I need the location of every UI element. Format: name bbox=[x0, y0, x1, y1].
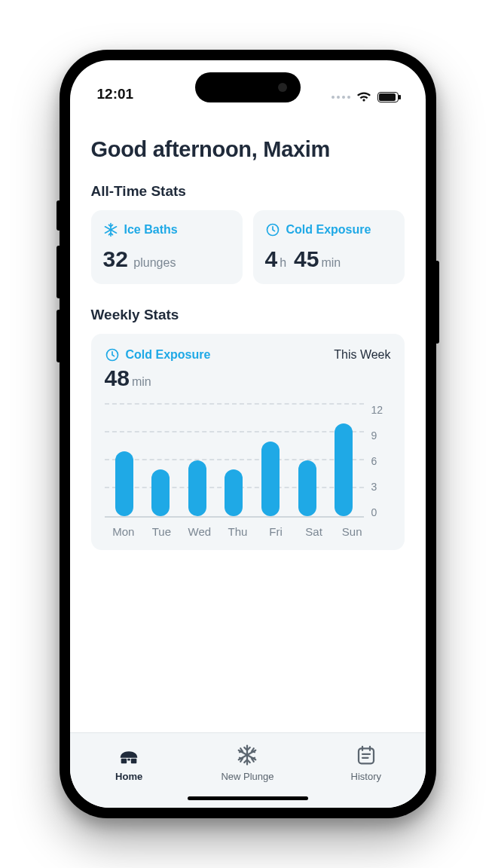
weekly-section-title: Weekly Stats bbox=[91, 307, 405, 323]
phone-frame: 12:01 Good afternoon, Maxim All-Time Sta… bbox=[60, 50, 436, 818]
clock-icon bbox=[105, 347, 120, 362]
status-time: 12:01 bbox=[97, 86, 134, 102]
exposure-hours: 4 bbox=[265, 248, 278, 270]
volume-down-button bbox=[57, 310, 61, 362]
volume-up-button bbox=[57, 246, 61, 298]
x-tick: Mon bbox=[108, 525, 139, 538]
exposure-mins-unit: min bbox=[321, 256, 341, 269]
x-tick: Sat bbox=[299, 525, 329, 538]
weekly-value: 48 bbox=[105, 367, 130, 390]
y-tick: 3 bbox=[371, 481, 391, 492]
chart-bar bbox=[151, 469, 170, 516]
chart-x-axis: MonTueWedThuFriSatSun bbox=[105, 525, 391, 538]
svg-rect-6 bbox=[131, 759, 137, 764]
cellular-icon bbox=[332, 96, 350, 99]
main-content: Good afternoon, Maxim All-Time Stats Ice… bbox=[70, 107, 426, 732]
weekly-card-label: Cold Exposure bbox=[126, 348, 211, 362]
ice-baths-label: Ice Baths bbox=[124, 223, 178, 237]
x-tick: Thu bbox=[222, 525, 252, 538]
svg-rect-7 bbox=[127, 759, 130, 761]
greeting-title: Good afternoon, Maxim bbox=[91, 137, 405, 162]
weekly-unit: min bbox=[132, 375, 151, 388]
x-tick: Fri bbox=[261, 525, 291, 538]
alltime-cards: Ice Baths 32 plunges Cold Exposure 4h bbox=[91, 210, 405, 284]
tab-home-label: Home bbox=[115, 771, 142, 782]
chart-bar bbox=[188, 460, 206, 516]
dynamic-island bbox=[195, 72, 301, 102]
tab-new-plunge[interactable]: New Plunge bbox=[202, 744, 292, 782]
status-indicators bbox=[332, 92, 399, 102]
power-button bbox=[435, 261, 439, 344]
screen: 12:01 Good afternoon, Maxim All-Time Sta… bbox=[70, 60, 426, 808]
chart-plot-area bbox=[105, 405, 364, 518]
tab-history[interactable]: History bbox=[321, 744, 411, 782]
cold-exposure-card[interactable]: Cold Exposure 4h 45min bbox=[253, 210, 405, 284]
home-icon bbox=[118, 744, 140, 766]
y-tick: 6 bbox=[371, 456, 391, 466]
clock-icon bbox=[265, 222, 280, 237]
exposure-mins: 45 bbox=[294, 248, 319, 270]
snowflake-icon bbox=[103, 222, 118, 237]
ice-baths-card[interactable]: Ice Baths 32 plunges bbox=[91, 210, 243, 284]
chart-bar bbox=[225, 469, 243, 516]
x-tick: Tue bbox=[146, 525, 176, 538]
battery-icon bbox=[377, 92, 399, 102]
history-icon bbox=[355, 744, 377, 766]
weekly-chart: 129630 bbox=[105, 405, 391, 518]
cold-exposure-label: Cold Exposure bbox=[286, 223, 371, 237]
home-indicator[interactable] bbox=[188, 796, 308, 800]
ice-baths-value: 32 bbox=[103, 248, 128, 270]
y-tick: 12 bbox=[371, 405, 391, 415]
ice-baths-unit: plunges bbox=[133, 256, 176, 269]
chart-bar bbox=[261, 442, 280, 516]
exposure-hours-unit: h bbox=[280, 256, 286, 269]
svg-rect-5 bbox=[121, 759, 127, 764]
tab-history-label: History bbox=[351, 771, 381, 782]
svg-rect-11 bbox=[359, 748, 374, 763]
y-tick: 9 bbox=[371, 430, 391, 441]
snowflake-icon bbox=[236, 744, 258, 766]
weekly-period: This Week bbox=[334, 348, 390, 362]
x-tick: Sun bbox=[337, 525, 367, 538]
chart-y-axis: 129630 bbox=[371, 405, 391, 518]
alltime-section-title: All-Time Stats bbox=[91, 183, 405, 200]
y-tick: 0 bbox=[371, 507, 391, 518]
chart-bar bbox=[335, 423, 353, 516]
x-tick: Wed bbox=[185, 525, 215, 538]
wifi-icon bbox=[356, 92, 371, 102]
chart-bar bbox=[298, 460, 316, 516]
weekly-card[interactable]: Cold Exposure This Week 48min 129630 Mon… bbox=[91, 334, 405, 550]
tab-home[interactable]: Home bbox=[84, 744, 174, 782]
tab-new-label: New Plunge bbox=[221, 771, 273, 782]
chart-bar bbox=[115, 451, 133, 516]
side-button bbox=[57, 200, 61, 231]
